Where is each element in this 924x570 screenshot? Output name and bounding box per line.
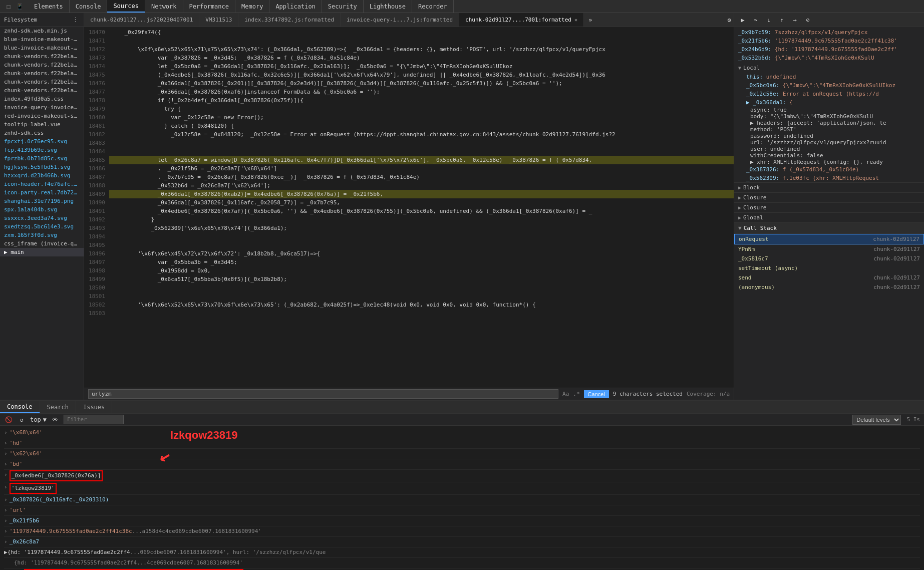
- console-arrow-icon: ›: [4, 428, 8, 437]
- scope-item-562309[interactable]: _0x562309: f.1e03fc {xhr: XMLHttpRequest: [734, 174, 924, 182]
- device-icon[interactable]: 📱: [15, 2, 24, 11]
- sidebar-item[interactable]: sxedtzsq.5bc614e3.svg: [0, 222, 84, 231]
- level-select[interactable]: Default levels: [852, 415, 901, 425]
- sidebar-item[interactable]: hzxxqrd.d23b466b.svg: [0, 171, 84, 180]
- tab-memory[interactable]: Memory: [235, 0, 269, 13]
- close-tab-icon[interactable]: ✕: [574, 17, 577, 23]
- step-into-icon[interactable]: ↓: [764, 16, 773, 25]
- sidebar-item[interactable]: fcp.4139b69e.svg: [0, 146, 84, 154]
- sidebar-item[interactable]: invoice-query-invoice-que: [0, 103, 84, 112]
- sidebar-item[interactable]: index.49fd30a5.css: [0, 95, 84, 103]
- sidebar-item-main[interactable]: ▶ main: [0, 248, 84, 256]
- file-tab-3[interactable]: invoice-query-i...7.js:formatted: [341, 13, 459, 27]
- tab-issues[interactable]: Issues: [76, 401, 112, 413]
- console-line: › 'url': [4, 505, 920, 516]
- sidebar-item[interactable]: zxm.165f3f0d.svg: [0, 231, 84, 239]
- sidebar-item[interactable]: ssxxcx.3eed3a74.svg: [0, 214, 84, 222]
- call-stack-item-anonymous[interactable]: (anonymous) chunk-02d91l27: [734, 282, 924, 292]
- scope-item-value: {\"Jmbw\":\"4TmRsXIohGe0xKSulUIkoz: [783, 82, 895, 89]
- scope-block-label: Block: [743, 184, 760, 191]
- tab-lighthouse[interactable]: Lighthouse: [364, 0, 412, 13]
- file-tab-4[interactable]: chunk-02d91l27....7001:formatted ✕: [459, 13, 584, 27]
- case-sensitive-btn[interactable]: Aa: [562, 391, 569, 397]
- step-icon[interactable]: →: [790, 16, 799, 25]
- call-stack-item-1[interactable]: YPnNm chunk-02d91l27: [734, 244, 924, 254]
- step-over-icon[interactable]: ↷: [751, 16, 760, 25]
- sidebar-item[interactable]: hgjksyw.5e5fbd51.svg: [0, 163, 84, 171]
- sidebar-item[interactable]: spx.1a1a404b.svg: [0, 205, 84, 214]
- inspect-icon[interactable]: ⬚: [4, 2, 13, 11]
- step-out-icon[interactable]: ↑: [777, 16, 786, 25]
- sidebar-item[interactable]: znhd-sdk.css: [0, 129, 84, 137]
- call-stack-file-name: chunk-02d91l27: [873, 284, 920, 291]
- scope-block: ▶ Block: [734, 183, 924, 193]
- sidebar-menu-icon[interactable]: ⋮: [71, 15, 80, 24]
- sidebar-item[interactable]: shanghai.31e77196.png: [0, 197, 84, 205]
- sidebar-item[interactable]: css_iframe (invoice-query): [0, 239, 84, 248]
- cancel-search-button[interactable]: Cancel: [584, 390, 609, 398]
- scope-global-header[interactable]: ▶ Global: [734, 213, 924, 222]
- tab-security[interactable]: Security: [322, 0, 364, 13]
- eye-icon[interactable]: 👁: [51, 415, 60, 424]
- tab-application[interactable]: Application: [269, 0, 322, 13]
- sidebar-item[interactable]: blue-invoice-makeout-inde: [0, 44, 84, 52]
- tab-sources[interactable]: Sources: [107, 0, 145, 13]
- code-search-input[interactable]: [88, 389, 558, 399]
- more-tabs-icon[interactable]: »: [586, 16, 595, 25]
- tab-console[interactable]: Console: [70, 0, 108, 13]
- sidebar-item[interactable]: tooltip-label.vue: [0, 120, 84, 129]
- tab-console-bottom[interactable]: Console: [0, 401, 40, 413]
- call-stack-item-send[interactable]: send chunk-02d91l27: [734, 273, 924, 282]
- sidebar-item[interactable]: blue-invoice-makeout-inde: [0, 35, 84, 44]
- scope-closure-2-header[interactable]: ▶ Closure: [734, 203, 924, 212]
- scope-item-12c58e[interactable]: _0x12c58e: Error at onRequest (https://d: [734, 90, 924, 98]
- file-tab-2[interactable]: index.33f47892.js:formatted: [238, 13, 341, 27]
- scope-item-value: undefined: [766, 74, 796, 80]
- call-stack-item-onrequest[interactable]: onRequest chunk-02d91l27: [734, 234, 924, 244]
- arrow-right-icon: ▶: [738, 185, 741, 190]
- scope-block-header[interactable]: ▶ Block: [734, 183, 924, 192]
- sidebar-item[interactable]: chunk-vendors.f22be1a9-4.: [0, 78, 84, 86]
- scope-value-item: _0x24b6d9: {hd: '1197874449.9c675555fad0…: [738, 45, 920, 54]
- scope-local-header[interactable]: ▼ Local: [734, 63, 924, 73]
- sidebar-item[interactable]: chunk-vendors.f22be1a9-2.: [0, 61, 84, 69]
- call-stack-item-2[interactable]: _0x5816c7 chunk-02d91l27: [734, 254, 924, 263]
- resume-icon[interactable]: ▶: [738, 16, 747, 25]
- tab-performance[interactable]: Performance: [183, 0, 235, 13]
- settings-icon[interactable]: ⚙: [725, 16, 734, 25]
- tab-elements[interactable]: Elements: [28, 0, 70, 13]
- deactivate-breakpoints-icon[interactable]: ⊘: [803, 16, 812, 25]
- console-text: '1197874449.9c675555fad0ae2c2ff41c38c: [10, 527, 132, 536]
- call-stack-item-settimeout[interactable]: setTimeout (async): [734, 263, 924, 273]
- sidebar-item[interactable]: fpcxtj.0c76ec95.svg: [0, 137, 84, 146]
- right-panel-content: _0x9b7c59: 7szzhzz/qlfpcx/v1/queryFpjcx …: [734, 27, 924, 400]
- tab-search[interactable]: Search: [40, 401, 76, 413]
- regex-btn[interactable]: .*: [573, 391, 579, 397]
- refresh-icon[interactable]: ↺: [17, 415, 26, 424]
- tab-recorder[interactable]: Recorder: [412, 0, 454, 13]
- scope-item-5bc0a6[interactable]: _0x5bc0a6: {\"Jmbw\":\"4TmRsXIohGe0xKSul…: [734, 81, 924, 90]
- sidebar-item[interactable]: fprzbk.0b71d85c.svg: [0, 154, 84, 163]
- sidebar-item[interactable]: chunk-vendors.f22be1a9-1.: [0, 52, 84, 61]
- filter-input[interactable]: [64, 415, 124, 424]
- sidebar-item[interactable]: znhd-sdk.web.min.js: [0, 27, 84, 35]
- sidebar-item[interactable]: icon-party-real.7db727a8.p: [0, 188, 84, 197]
- scope-closure-1-label: Closure: [743, 194, 766, 201]
- sidebar-item[interactable]: chunk-vendors.f22be1a9.cs: [0, 86, 84, 95]
- clear-console-icon[interactable]: 🚫: [4, 415, 13, 424]
- sidebar-item[interactable]: chunk-vendors.f22be1a9-3.: [0, 69, 84, 78]
- file-tab-1[interactable]: VM311513: [199, 13, 238, 27]
- tab-network[interactable]: Network: [145, 0, 183, 13]
- file-tab-0[interactable]: chunk-02d91l27...js?20230407001: [84, 13, 199, 27]
- scope-item-387826[interactable]: _0x387826: f (_0x57d834,_0x51c84e): [734, 165, 924, 174]
- sidebar-item[interactable]: red-invoice-makeout-suces: [0, 112, 84, 120]
- scope-item-366da1[interactable]: ▶ _0x366da1: {: [734, 98, 924, 107]
- code-content[interactable]: _0x29fa74({ \x6f\x6e\x52\x65\x71\x75\x65…: [109, 27, 734, 388]
- call-stack-file-name: chunk-02d91l27: [873, 255, 920, 262]
- top-dropdown-icon[interactable]: ▼: [43, 416, 47, 423]
- devtools-icons: ⬚ 📱: [0, 2, 28, 11]
- sidebar-item[interactable]: icon-header.f4e76afc.png: [0, 180, 84, 188]
- scope-closure-1-header[interactable]: ▶ Closure: [734, 193, 924, 202]
- console-text: '\x68\x64': [10, 428, 43, 437]
- scope-item-this[interactable]: this: undefined: [734, 73, 924, 81]
